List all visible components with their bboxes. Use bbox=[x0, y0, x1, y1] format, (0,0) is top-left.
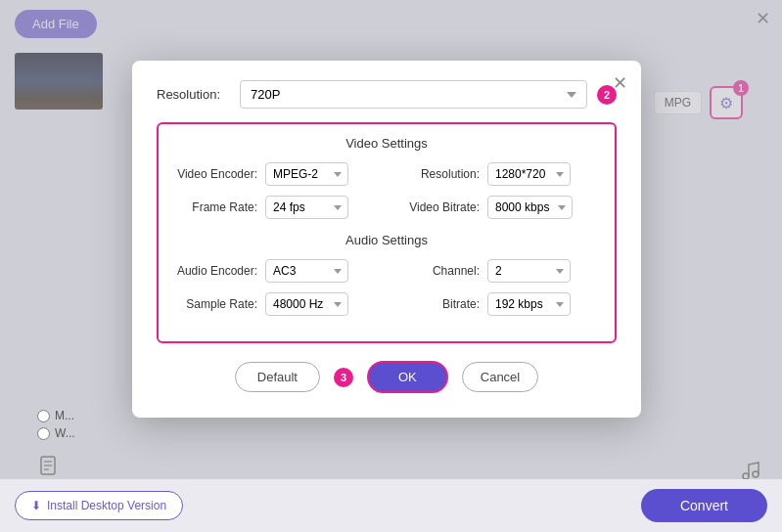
cancel-button[interactable]: Cancel bbox=[462, 362, 538, 392]
audio-encoder-label: Audio Encoder: bbox=[174, 264, 257, 278]
bitrate-select[interactable]: 192 kbps bbox=[487, 292, 571, 316]
bottom-bar: ⬇ Install Desktop Version Convert bbox=[0, 479, 782, 532]
resolution-sub-row: Resolution: 1280*720 bbox=[396, 162, 599, 186]
video-settings-title: Video Settings bbox=[174, 136, 599, 151]
video-encoder-label: Video Encoder: bbox=[174, 167, 257, 181]
resolution-sub-label: Resolution: bbox=[396, 167, 480, 181]
resolution-sub-select[interactable]: 1280*720 bbox=[487, 162, 571, 186]
settings-box: Video Settings Video Encoder: MPEG-2 Res… bbox=[157, 122, 617, 343]
bitrate-row: Bitrate: 192 kbps bbox=[396, 292, 599, 316]
audio-settings-grid: Audio Encoder: AC3 Channel: 2 Sample Rat… bbox=[174, 259, 599, 316]
resolution-row: Resolution: 720P 1080P 480P 2 bbox=[157, 80, 617, 109]
video-settings-grid: Video Encoder: MPEG-2 Resolution: 1280*7… bbox=[174, 162, 599, 219]
ok-button[interactable]: OK bbox=[367, 361, 448, 393]
channel-select[interactable]: 2 bbox=[487, 259, 571, 283]
video-bitrate-label: Video Bitrate: bbox=[396, 200, 480, 214]
audio-settings-title: Audio Settings bbox=[174, 233, 599, 247]
resolution-label: Resolution: bbox=[157, 87, 230, 102]
convert-button[interactable]: Convert bbox=[641, 489, 767, 522]
video-bitrate-row: Video Bitrate: 8000 kbps bbox=[396, 196, 599, 219]
video-encoder-row: Video Encoder: MPEG-2 bbox=[174, 162, 377, 186]
sample-rate-row: Sample Rate: 48000 Hz bbox=[174, 292, 377, 316]
default-button[interactable]: Default bbox=[235, 362, 320, 392]
settings-modal: ✕ Resolution: 720P 1080P 480P 2 Video Se… bbox=[132, 61, 641, 418]
audio-encoder-row: Audio Encoder: AC3 bbox=[174, 259, 377, 283]
bitrate-label: Bitrate: bbox=[396, 297, 480, 311]
radio-area: M... W... bbox=[37, 409, 75, 444]
sample-rate-label: Sample Rate: bbox=[174, 297, 257, 311]
modal-close-button[interactable]: ✕ bbox=[613, 72, 627, 94]
frame-rate-select[interactable]: 24 fps bbox=[265, 196, 348, 219]
radio-input-2[interactable] bbox=[37, 427, 50, 440]
channel-row: Channel: 2 bbox=[396, 259, 599, 283]
install-button[interactable]: ⬇ Install Desktop Version bbox=[15, 491, 183, 520]
radio-option-2: W... bbox=[37, 426, 75, 440]
video-encoder-select[interactable]: MPEG-2 bbox=[265, 162, 348, 186]
download-icon: ⬇ bbox=[31, 499, 41, 512]
resolution-select[interactable]: 720P 1080P 480P bbox=[240, 80, 587, 109]
video-bitrate-select[interactable]: 8000 kbps bbox=[487, 196, 573, 219]
step3-badge: 3 bbox=[334, 368, 353, 387]
channel-label: Channel: bbox=[396, 264, 480, 278]
sample-rate-select[interactable]: 48000 Hz bbox=[265, 292, 348, 316]
radio-option-1: M... bbox=[37, 409, 75, 422]
action-buttons: Default 3 OK Cancel bbox=[157, 361, 617, 393]
radio-label-2: W... bbox=[55, 426, 75, 440]
radio-input-1[interactable] bbox=[37, 410, 50, 422]
frame-rate-label: Frame Rate: bbox=[174, 200, 257, 214]
audio-encoder-select[interactable]: AC3 bbox=[265, 259, 348, 283]
frame-rate-row: Frame Rate: 24 fps bbox=[174, 196, 377, 219]
radio-label-1: M... bbox=[55, 409, 74, 422]
install-label: Install Desktop Version bbox=[47, 499, 166, 512]
